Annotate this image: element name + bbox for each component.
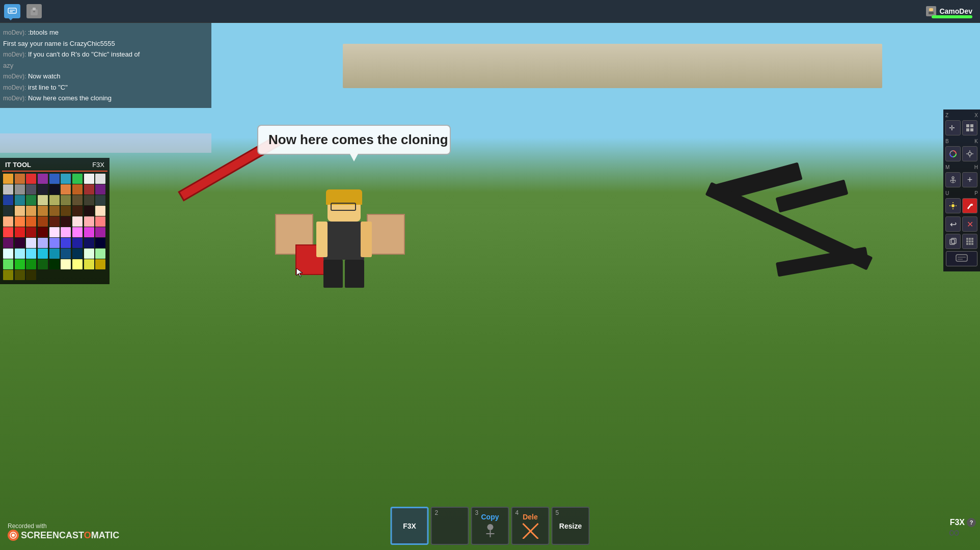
color-swatch[interactable] (26, 249, 36, 259)
color-swatch[interactable] (95, 184, 105, 195)
color-swatch[interactable] (26, 174, 36, 184)
color-swatch[interactable] (15, 238, 25, 248)
color-swatch[interactable] (72, 227, 83, 237)
grid-tool-btn[interactable] (962, 120, 977, 135)
paint-btn[interactable] (962, 198, 977, 213)
color-swatch[interactable] (84, 174, 94, 184)
color-swatch[interactable] (49, 259, 60, 269)
color-swatch[interactable] (38, 249, 48, 259)
color-swatch[interactable] (72, 206, 83, 216)
color-swatch[interactable] (49, 206, 60, 216)
color-swatch[interactable] (61, 238, 71, 248)
color-swatch[interactable] (72, 259, 83, 269)
color-swatch[interactable] (84, 259, 94, 269)
color-swatch[interactable] (72, 195, 83, 205)
color-swatch[interactable] (38, 174, 48, 184)
chat-icon[interactable] (4, 4, 20, 18)
hotbar-slot-2[interactable]: 2 (431, 507, 469, 545)
color-swatch[interactable] (3, 174, 13, 184)
color-swatch[interactable] (49, 227, 60, 237)
color-swatch[interactable] (61, 216, 71, 227)
color-swatch[interactable] (49, 195, 60, 205)
color-swatch[interactable] (49, 184, 60, 195)
color-swatch[interactable] (38, 238, 48, 248)
undo-btn[interactable]: ↩ (945, 216, 961, 232)
color-swatch[interactable] (26, 259, 36, 269)
color-swatch[interactable] (3, 259, 13, 269)
color-swatch[interactable] (95, 216, 105, 227)
color-swatch[interactable] (49, 174, 60, 184)
color-swatch[interactable] (38, 184, 48, 195)
color-swatch[interactable] (15, 206, 25, 216)
color-swatch[interactable] (61, 195, 71, 205)
color-swatch[interactable] (61, 259, 71, 269)
color-swatch[interactable] (26, 227, 36, 237)
color-swatch[interactable] (15, 249, 25, 259)
color-swatch[interactable] (95, 195, 105, 205)
color-swatch[interactable] (15, 174, 25, 184)
color-swatch[interactable] (95, 238, 105, 248)
color-wheel-btn[interactable] (945, 146, 961, 161)
grid2-btn[interactable] (962, 234, 977, 249)
color-swatch[interactable] (61, 227, 71, 237)
color-swatch[interactable] (72, 184, 83, 195)
color-swatch[interactable] (15, 195, 25, 205)
color-swatch[interactable] (95, 259, 105, 269)
color-swatch[interactable] (15, 227, 25, 237)
color-swatch[interactable] (95, 174, 105, 184)
move-tool-btn[interactable]: ✛ (945, 120, 961, 135)
color-swatch[interactable] (3, 249, 13, 259)
color-swatch[interactable] (84, 227, 94, 237)
chat-input-bar[interactable] (0, 133, 211, 153)
color-swatch[interactable] (95, 249, 105, 259)
color-swatch[interactable] (95, 206, 105, 216)
color-swatch[interactable] (3, 227, 13, 237)
color-swatch[interactable] (61, 206, 71, 216)
backpack-icon[interactable] (26, 4, 42, 18)
color-swatch[interactable] (49, 249, 60, 259)
copy-btn[interactable] (945, 234, 961, 249)
plus-btn[interactable]: + (962, 172, 977, 187)
color-swatch[interactable] (26, 270, 36, 280)
color-swatch[interactable] (15, 184, 25, 195)
color-swatch[interactable] (38, 206, 48, 216)
hotbar-slot-4[interactable]: 4 Dele (511, 507, 550, 545)
color-swatch[interactable] (84, 195, 94, 205)
settings-btn[interactable] (962, 146, 977, 161)
color-swatch[interactable] (72, 238, 83, 248)
color-swatch[interactable] (84, 216, 94, 227)
hotbar-slot-1[interactable]: F3X (391, 507, 429, 545)
anchor-btn[interactable] (945, 172, 961, 187)
color-swatch[interactable] (15, 259, 25, 269)
color-swatch[interactable] (84, 238, 94, 248)
color-swatch[interactable] (26, 184, 36, 195)
color-swatch[interactable] (49, 238, 60, 248)
color-swatch[interactable] (38, 227, 48, 237)
f3x-help-btn[interactable]: ? (967, 518, 976, 527)
color-swatch[interactable] (61, 184, 71, 195)
color-swatch[interactable] (3, 206, 13, 216)
color-swatch[interactable] (84, 206, 94, 216)
color-swatch[interactable] (38, 195, 48, 205)
color-swatch[interactable] (38, 216, 48, 227)
color-swatch[interactable] (3, 216, 13, 227)
color-swatch[interactable] (61, 174, 71, 184)
color-swatch[interactable] (3, 270, 13, 280)
color-swatch[interactable] (72, 174, 83, 184)
color-swatch[interactable] (95, 227, 105, 237)
hotbar-slot-5[interactable]: 5 Resize (552, 507, 590, 545)
color-swatch[interactable] (26, 195, 36, 205)
color-swatch[interactable] (84, 249, 94, 259)
color-swatch[interactable] (49, 216, 60, 227)
color-swatch[interactable] (15, 216, 25, 227)
color-swatch[interactable] (72, 249, 83, 259)
color-swatch[interactable] (61, 249, 71, 259)
color-swatch[interactable] (38, 259, 48, 269)
color-swatch[interactable] (26, 216, 36, 227)
color-swatch[interactable] (3, 195, 13, 205)
color-swatch[interactable] (72, 216, 83, 227)
color-swatch[interactable] (26, 238, 36, 248)
color-swatch[interactable] (84, 184, 94, 195)
color-swatch[interactable] (26, 206, 36, 216)
hotbar-slot-3[interactable]: 3 Copy (471, 507, 509, 545)
